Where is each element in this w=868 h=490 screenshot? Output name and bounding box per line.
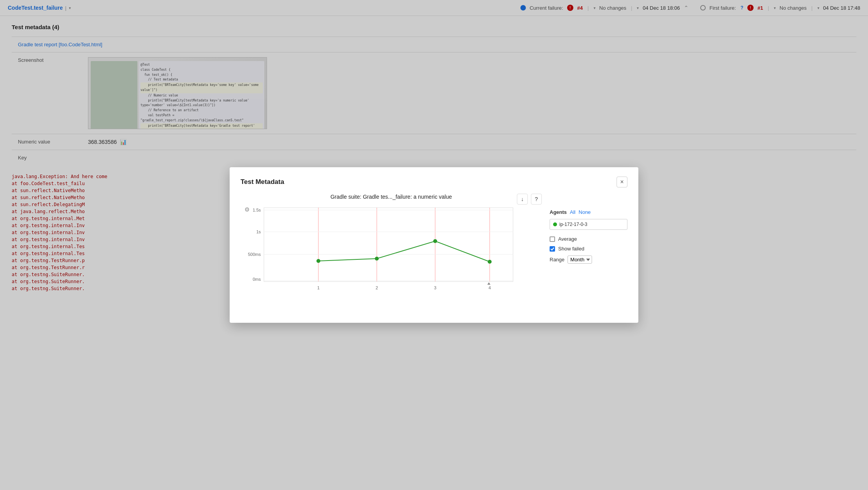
show-failed-checkbox[interactable] [550,246,555,252]
show-failed-label: Show failed [558,246,584,252]
modal-header: Test Metadata × [241,177,627,187]
agent-name[interactable]: ip-172-17-0-3 [559,222,587,227]
average-label: Average [558,236,577,242]
chart-svg-container: 1.5s 1s 500ms 0ms [241,204,542,293]
chart-title: Gradle suite: Gradle tes..._failure: a n… [241,194,542,200]
svg-rect-0 [264,208,513,282]
y-label-0ms: 0ms [253,277,261,282]
modal-body: Gradle suite: Gradle tes..._failure: a n… [241,194,627,293]
agents-all-link[interactable]: All [570,209,575,215]
agents-header: Agents All None [550,209,627,215]
axis-arrow [487,282,490,285]
y-label-1.5s: 1.5s [253,208,261,212]
agents-none-link[interactable]: None [579,209,591,215]
chart-point-3[interactable] [433,239,437,243]
agent-status-dot [553,222,557,226]
x-label-2: 2 [376,285,378,290]
range-select[interactable]: Day Week Month Year [568,256,592,264]
range-control-row: Range Day Week Month Year [550,256,627,264]
average-control-row: Average [550,236,627,242]
help-icon[interactable]: ? [531,194,542,205]
chart-svg: 1.5s 1s 500ms 0ms [241,204,521,293]
agents-label: Agents [550,209,567,215]
chart-area: Gradle suite: Gradle tes..._failure: a n… [241,194,542,293]
modal-overlay[interactable]: Test Metadata × Gradle suite: Gradle tes… [0,0,868,490]
chart-point-2[interactable] [375,257,379,261]
show-failed-control-row: Show failed [550,246,627,252]
modal-close-button[interactable]: × [617,177,627,187]
x-label-3: 3 [434,285,436,290]
chart-actions: ↓ ? [517,194,542,205]
range-label: Range [550,257,564,262]
chart-point-1[interactable] [316,259,320,263]
test-metadata-modal: Test Metadata × Gradle suite: Gradle tes… [230,167,638,323]
chart-sidebar: Agents All None ip-172-17-0-3 Average [550,194,627,293]
agent-entry: ip-172-17-0-3 [550,219,627,230]
y-label-500ms: 500ms [248,252,261,257]
y-label-1s: 1s [256,229,261,234]
chart-point-4[interactable] [488,260,492,264]
average-checkbox[interactable] [550,236,555,242]
x-label-4: 4 [488,285,491,290]
x-label-1: 1 [317,285,320,290]
download-icon[interactable]: ↓ [517,194,528,205]
modal-title: Test Metadata [241,178,284,186]
controls-section: Average Show failed Range Day [550,236,627,264]
